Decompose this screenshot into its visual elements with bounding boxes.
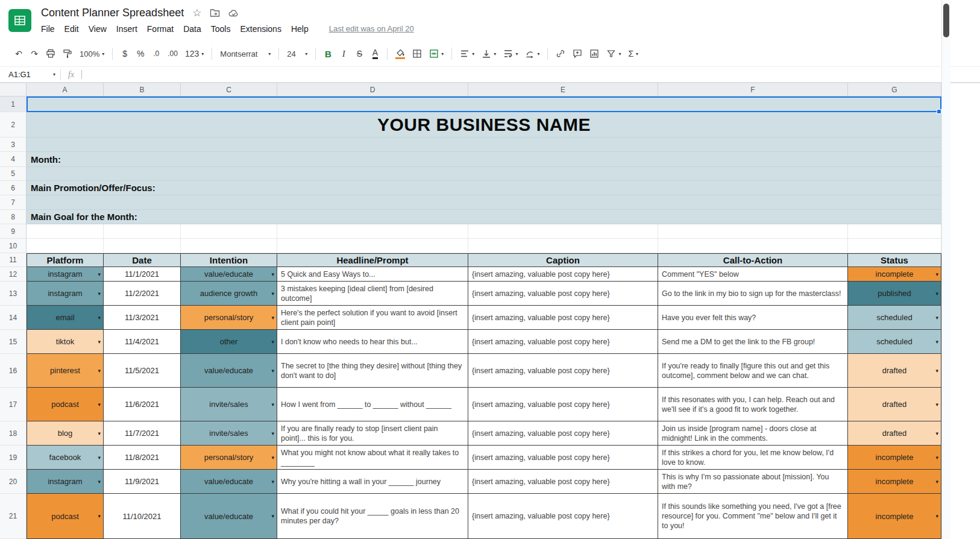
headline-cell[interactable]: I don't know who needs to hear this but.… xyxy=(277,330,468,354)
intention-cell[interactable]: other▾ xyxy=(181,330,277,354)
dropdown-arrow-icon[interactable]: ▾ xyxy=(935,339,938,345)
italic-button[interactable]: I xyxy=(336,45,351,62)
row-header[interactable]: 17 xyxy=(0,388,27,421)
row-header[interactable]: 14 xyxy=(0,306,27,330)
status-cell[interactable]: drafted▾ xyxy=(848,421,941,446)
header-date[interactable]: Date xyxy=(104,253,181,267)
merge-cells-button[interactable]: ▾ xyxy=(426,45,447,62)
platform-cell[interactable]: email▾ xyxy=(27,306,104,330)
date-cell[interactable]: 11/5/2021 xyxy=(104,354,181,388)
cta-cell[interactable]: This is why I'm so passionate about [mis… xyxy=(658,470,848,494)
headline-cell[interactable]: 3 mistakes keeping [ideal client] from [… xyxy=(277,282,468,306)
dropdown-arrow-icon[interactable]: ▾ xyxy=(935,455,938,461)
date-cell[interactable]: 11/4/2021 xyxy=(104,330,181,354)
zoom-select[interactable]: 100% ▾ xyxy=(76,45,108,62)
empty-cell[interactable] xyxy=(468,239,658,253)
cloud-status-icon[interactable] xyxy=(228,8,239,17)
menu-file[interactable]: File xyxy=(41,23,60,35)
date-cell[interactable]: 11/9/2021 xyxy=(104,470,181,494)
fill-color-button[interactable] xyxy=(392,45,409,62)
empty-cell[interactable] xyxy=(104,239,181,253)
platform-cell[interactable]: podcast▾ xyxy=(27,494,104,539)
empty-cell[interactable] xyxy=(658,224,848,239)
font-family-select[interactable]: Montserrat ▾ xyxy=(216,45,274,62)
empty-cell[interactable] xyxy=(848,224,941,239)
dropdown-arrow-icon[interactable]: ▾ xyxy=(935,291,938,297)
star-icon[interactable]: ☆ xyxy=(192,7,201,19)
undo-button[interactable]: ↶ xyxy=(11,45,27,62)
dropdown-arrow-icon[interactable]: ▾ xyxy=(98,402,101,408)
intention-cell[interactable]: personal/story▾ xyxy=(181,446,277,470)
intention-cell[interactable]: value/educate▾ xyxy=(181,470,277,494)
status-cell[interactable]: scheduled▾ xyxy=(848,306,941,330)
select-all-corner[interactable] xyxy=(0,83,27,96)
empty-cell[interactable] xyxy=(658,239,848,253)
document-title[interactable]: Content Planner Spreadsheet xyxy=(41,7,184,19)
row-header[interactable]: 12 xyxy=(0,267,27,282)
column-header-g[interactable]: G xyxy=(848,83,941,96)
caption-cell[interactable]: {insert amazing, valuable post copy here… xyxy=(468,282,658,306)
menu-help[interactable]: Help xyxy=(286,23,313,35)
cell-row1[interactable] xyxy=(27,96,941,112)
empty-cell[interactable] xyxy=(277,239,468,253)
caption-cell[interactable]: {insert amazing, valuable post copy here… xyxy=(468,306,658,330)
intention-cell[interactable]: value/educate▾ xyxy=(181,494,277,539)
cta-cell[interactable]: Send me a DM to get the link to the FB g… xyxy=(658,330,848,354)
move-folder-icon[interactable] xyxy=(210,8,220,17)
headline-cell[interactable]: Here's the perfect solution if you want … xyxy=(277,306,468,330)
headline-cell[interactable]: Why you're hitting a wall in your ______… xyxy=(277,470,468,494)
format-percent-button[interactable]: % xyxy=(133,45,148,62)
dropdown-arrow-icon[interactable]: ▾ xyxy=(98,339,101,345)
scrollbar-thumb[interactable] xyxy=(943,4,949,37)
dropdown-arrow-icon[interactable]: ▾ xyxy=(935,513,938,519)
business-name-cell[interactable]: YOUR BUSINESS NAME xyxy=(27,112,941,137)
horizontal-align-button[interactable]: ▾ xyxy=(456,45,478,62)
intention-cell[interactable]: invite/sales▾ xyxy=(181,421,277,446)
dropdown-arrow-icon[interactable]: ▾ xyxy=(271,315,274,321)
dropdown-arrow-icon[interactable]: ▾ xyxy=(935,271,938,277)
dropdown-arrow-icon[interactable]: ▾ xyxy=(935,402,938,408)
status-cell[interactable]: drafted▾ xyxy=(848,354,941,388)
row-header[interactable]: 9 xyxy=(0,224,27,239)
dropdown-arrow-icon[interactable]: ▾ xyxy=(935,315,938,321)
headline-cell[interactable]: 5 Quick and Easy Ways to... xyxy=(277,267,468,282)
menu-data[interactable]: Data xyxy=(178,23,206,35)
dropdown-arrow-icon[interactable]: ▾ xyxy=(98,430,101,437)
font-size-select[interactable]: 24 ▾ xyxy=(283,45,311,62)
format-currency-button[interactable]: $ xyxy=(117,45,133,62)
dropdown-arrow-icon[interactable]: ▾ xyxy=(271,291,274,297)
goal-label-cell[interactable]: Main Goal for the Month: xyxy=(27,210,941,224)
vertical-align-button[interactable]: ▾ xyxy=(478,45,500,62)
empty-cell[interactable] xyxy=(181,224,277,239)
platform-cell[interactable]: pinterest▾ xyxy=(27,354,104,388)
platform-cell[interactable]: blog▾ xyxy=(27,421,104,446)
row-header[interactable]: 20 xyxy=(0,470,27,494)
headline-cell[interactable]: What you might not know about what it re… xyxy=(277,446,468,470)
platform-cell[interactable]: tiktok▾ xyxy=(27,330,104,354)
dropdown-arrow-icon[interactable]: ▾ xyxy=(935,430,938,437)
header-caption[interactable]: Caption xyxy=(468,253,658,267)
row-header[interactable]: 4 xyxy=(0,152,27,167)
platform-cell[interactable]: podcast▾ xyxy=(27,388,104,421)
insert-chart-button[interactable] xyxy=(586,45,603,62)
cta-cell[interactable]: Have you ever felt this way? xyxy=(658,306,848,330)
insert-comment-button[interactable] xyxy=(569,45,586,62)
intention-cell[interactable]: invite/sales▾ xyxy=(181,388,277,421)
formula-input[interactable] xyxy=(82,67,980,82)
row-header[interactable]: 13 xyxy=(0,282,27,306)
dropdown-arrow-icon[interactable]: ▾ xyxy=(271,339,274,345)
row-header[interactable]: 16 xyxy=(0,354,27,388)
empty-cell[interactable] xyxy=(848,239,941,253)
vertical-scrollbar[interactable] xyxy=(941,0,950,539)
date-cell[interactable]: 11/1/2021 xyxy=(104,267,181,282)
status-cell[interactable]: incomplete▾ xyxy=(848,470,941,494)
empty-cell[interactable] xyxy=(468,224,658,239)
decrease-decimal-button[interactable]: .0 xyxy=(148,45,164,62)
text-wrapping-button[interactable]: ▾ xyxy=(500,45,521,62)
intention-cell[interactable]: personal/story▾ xyxy=(181,306,277,330)
cta-cell[interactable]: If this strikes a chord for you, let me … xyxy=(658,446,848,470)
dropdown-arrow-icon[interactable]: ▾ xyxy=(98,315,101,321)
column-header-f[interactable]: F xyxy=(658,83,848,96)
row-header[interactable]: 3 xyxy=(0,137,27,152)
caption-cell[interactable]: {insert amazing, valuable post copy here… xyxy=(468,494,658,539)
